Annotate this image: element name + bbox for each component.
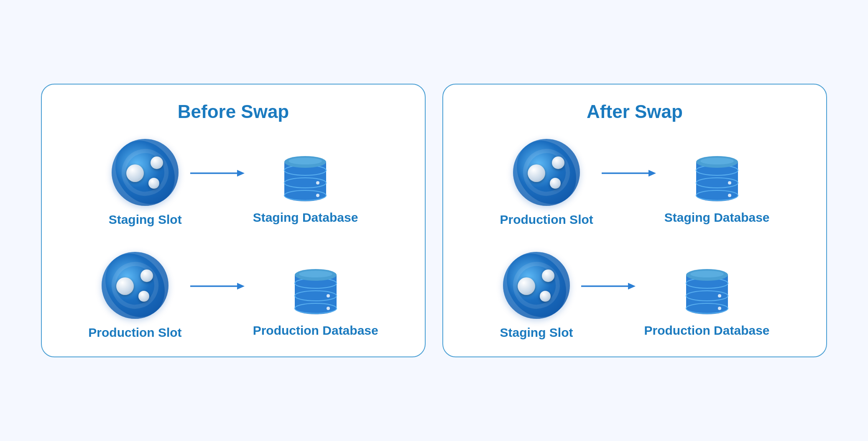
svg-point-16 [295, 291, 337, 301]
svg-point-42 [718, 294, 721, 297]
globe-icon-staging-slot-before [112, 139, 179, 206]
db-icon-production-db-before [291, 254, 341, 317]
row-production-slot-after: Production Slot Staging Database [464, 139, 805, 227]
svg-point-37 [686, 303, 728, 313]
row-staging-slot-after: Staging Slot Production Database [464, 252, 805, 340]
svg-point-10 [316, 194, 319, 197]
production-db-after: Production Database [644, 254, 769, 338]
production-slot-before: Production Slot [88, 252, 181, 340]
svg-point-32 [728, 194, 731, 197]
globe-icon-staging-slot-after [503, 252, 570, 319]
db-label-staging-db-after: Staging Database [664, 210, 770, 225]
svg-point-19 [299, 271, 332, 277]
arrow [593, 168, 664, 178]
slot-label-production-slot-before: Production Slot [88, 326, 181, 340]
slot-label-staging-slot-after: Staging Slot [500, 326, 573, 340]
svg-point-4 [284, 190, 326, 200]
staging-db-after: Staging Database [664, 141, 770, 225]
arrow [182, 168, 253, 178]
panel-after-swap: After SwapProduction Slot Staging Databa… [442, 84, 827, 357]
db-label-production-db-before: Production Database [253, 323, 378, 338]
svg-point-38 [686, 291, 728, 301]
staging-db-before: Staging Database [253, 141, 358, 225]
svg-point-27 [696, 178, 738, 188]
row-production-slot-before: Production Slot Production Database [63, 252, 404, 340]
svg-point-8 [288, 158, 322, 164]
svg-point-9 [316, 181, 319, 185]
svg-marker-23 [648, 170, 656, 177]
panel-before-swap: Before SwapStaging Slot Staging Database… [41, 84, 426, 357]
globe-icon-production-slot-after [513, 139, 580, 206]
svg-point-31 [728, 181, 731, 185]
svg-point-43 [718, 307, 721, 310]
svg-marker-1 [237, 170, 245, 177]
db-icon-staging-db-before [280, 141, 330, 204]
svg-point-30 [700, 158, 734, 164]
arrow [182, 281, 253, 291]
slot-label-production-slot-after: Production Slot [500, 213, 593, 227]
arrow [573, 281, 644, 291]
svg-point-41 [690, 271, 724, 277]
staging-slot-before: Staging Slot [109, 139, 182, 227]
panel-title-after-swap: After Swap [587, 101, 683, 122]
svg-marker-12 [237, 283, 245, 290]
globe-icon-production-slot-before [102, 252, 168, 319]
panel-title-before-swap: Before Swap [178, 101, 289, 122]
row-staging-slot-before: Staging Slot Staging Database [63, 139, 404, 227]
db-icon-staging-db-after [692, 141, 742, 204]
svg-point-15 [295, 303, 337, 313]
db-label-staging-db-before: Staging Database [253, 210, 358, 225]
svg-point-26 [696, 190, 738, 200]
main-container: Before SwapStaging Slot Staging Database… [28, 71, 840, 370]
svg-point-20 [327, 294, 330, 297]
slot-label-staging-slot-before: Staging Slot [109, 213, 182, 227]
production-slot-after: Production Slot [500, 139, 593, 227]
staging-slot-after: Staging Slot [500, 252, 573, 340]
svg-point-5 [284, 178, 326, 188]
svg-marker-34 [628, 283, 636, 290]
db-label-production-db-after: Production Database [644, 323, 769, 338]
db-icon-production-db-after [682, 254, 732, 317]
production-db-before: Production Database [253, 254, 378, 338]
svg-point-21 [327, 307, 330, 310]
